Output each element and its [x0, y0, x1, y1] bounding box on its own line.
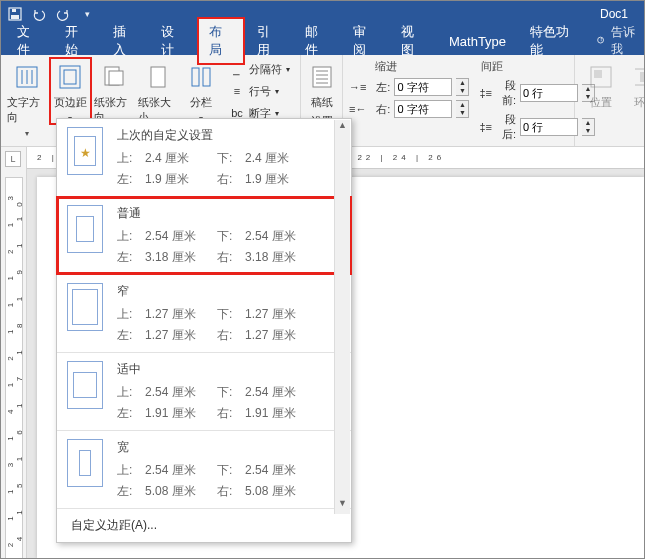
svg-rect-7 [60, 66, 80, 88]
margin-preset-item[interactable]: 窄上:1.27 厘米下:1.27 厘米左:1.27 厘米右:1.27 厘米 [57, 275, 351, 352]
svg-rect-12 [192, 68, 199, 86]
position-button[interactable]: 位置 [581, 59, 621, 110]
spacing-after-icon: ‡≡ [479, 121, 492, 133]
svg-rect-17 [640, 72, 645, 82]
svg-rect-16 [594, 70, 602, 78]
indent-section-label: 缩进 [375, 59, 397, 74]
document-title: Doc1 [600, 7, 638, 21]
svg-rect-5 [601, 40, 602, 41]
svg-rect-2 [12, 9, 16, 12]
margin-preset-icon [67, 283, 103, 331]
indent-right-spinner[interactable]: ▲▼ [456, 100, 469, 118]
indent-left-spinner[interactable]: ▲▼ [456, 78, 469, 96]
columns-button[interactable]: 分栏▾ [181, 59, 221, 123]
margin-preset-title: 上次的自定义设置 [117, 127, 341, 144]
custom-margins-menuitem[interactable]: 自定义边距(A)... [57, 509, 351, 542]
indent-right-icon: ≡← [349, 103, 366, 115]
wrap-button[interactable]: 环绕 [625, 59, 645, 110]
spacing-after-input[interactable] [520, 118, 578, 136]
tab-mathtype[interactable]: MathType [437, 28, 518, 55]
text-direction-button[interactable]: 文字方向▾ [7, 59, 47, 138]
margin-preset-icon: ★ [67, 127, 103, 175]
margin-preset-item[interactable]: ★上次的自定义设置上:2.4 厘米下:2.4 厘米左:1.9 厘米右:1.9 厘… [57, 119, 351, 196]
margin-preset-icon [67, 439, 103, 487]
svg-point-3 [598, 37, 604, 43]
svg-rect-8 [64, 70, 76, 84]
undo-icon[interactable] [31, 6, 47, 22]
margin-preset-item[interactable]: 宽上:2.54 厘米下:2.54 厘米左:5.08 厘米右:5.08 厘米 [57, 431, 351, 508]
margin-preset-title: 适中 [117, 361, 341, 378]
tell-me-search[interactable]: 告诉我 [596, 24, 644, 58]
svg-rect-14 [313, 67, 331, 87]
margin-preset-icon [67, 361, 103, 409]
save-icon[interactable] [7, 6, 23, 22]
margin-preset-item[interactable]: 适中上:2.54 厘米下:2.54 厘米左:1.91 厘米右:1.91 厘米 [57, 353, 351, 430]
margin-preset-icon [67, 205, 103, 253]
scroll-down-icon[interactable]: ▼ [335, 498, 350, 514]
breaks-button[interactable]: ⎯分隔符▾ [225, 59, 294, 79]
spacing-before-icon: ‡≡ [479, 87, 492, 99]
qat-customize-icon[interactable]: ▾ [79, 6, 95, 22]
ruler-corner: L [5, 151, 21, 167]
indent-left-icon: →≡ [349, 81, 366, 93]
scroll-up-icon[interactable]: ▲ [335, 120, 350, 136]
svg-rect-1 [11, 15, 19, 19]
dropdown-scrollbar[interactable]: ▲ ▼ [334, 120, 350, 514]
margin-preset-title: 窄 [117, 283, 341, 300]
svg-rect-13 [203, 68, 210, 86]
line-numbers-button[interactable]: ≡行号▾ [225, 81, 294, 101]
vertical-ruler[interactable]: 1 2 1 1 3 1 4 1 2 1 1 1 2 1 3 1 4 1 5 1 … [5, 177, 23, 559]
margins-button[interactable]: 页边距▾ [51, 59, 91, 123]
indent-right-input[interactable] [394, 100, 452, 118]
indent-left-input[interactable] [394, 78, 452, 96]
spacing-section-label: 间距 [481, 59, 503, 74]
margin-preset-item[interactable]: 普通上:2.54 厘米下:2.54 厘米左:3.18 厘米右:3.18 厘米 [57, 197, 351, 274]
redo-icon[interactable] [55, 6, 71, 22]
margin-preset-title: 普通 [117, 205, 341, 222]
margin-preset-title: 宽 [117, 439, 341, 456]
spacing-before-input[interactable] [520, 84, 578, 102]
margins-dropdown: ★上次的自定义设置上:2.4 厘米下:2.4 厘米左:1.9 厘米右:1.9 厘… [56, 118, 352, 543]
svg-rect-10 [109, 71, 123, 85]
svg-rect-4 [601, 38, 602, 40]
svg-rect-11 [151, 67, 165, 87]
